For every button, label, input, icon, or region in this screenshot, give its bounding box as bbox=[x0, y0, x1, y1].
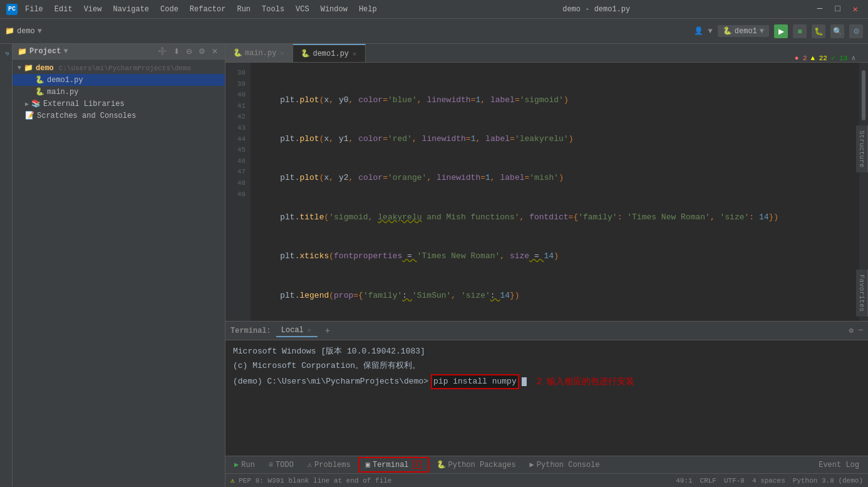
status-interpreter[interactable]: Python 3.8 (demo) bbox=[793, 477, 863, 484]
search-button[interactable]: 🔍 bbox=[830, 24, 844, 38]
bottom-tab-python-packages[interactable]: 🐍 Python Packages bbox=[430, 458, 522, 471]
scroll-indicator-area bbox=[859, 64, 868, 120]
project-collapse-button[interactable]: ⊖ bbox=[184, 46, 194, 56]
line-num-39: 39 bbox=[225, 79, 251, 90]
close-button[interactable]: ✕ bbox=[849, 3, 862, 16]
line-num-48: 48 bbox=[225, 178, 251, 189]
run-button[interactable]: ▶ bbox=[774, 24, 788, 38]
tab-label-main: main.py bbox=[245, 49, 276, 58]
user-icon: 👤 bbox=[694, 26, 703, 36]
tree-external-libs[interactable]: ▶ 📚 External Libraries bbox=[13, 98, 225, 110]
run-config-name: demo1 bbox=[735, 27, 757, 36]
tree-file-demo1[interactable]: 🐍 demo1.py bbox=[13, 74, 225, 86]
line-numbers: 38 39 40 41 42 43 44 45 46 47 48 49 bbox=[225, 63, 251, 321]
menu-help[interactable]: Help bbox=[356, 4, 380, 15]
python-console-icon: ▶ bbox=[530, 460, 534, 469]
terminal-prompt: (demo) C:\Users\mi\PycharmProjects\demo> bbox=[233, 375, 428, 389]
terminal-new-tab-button[interactable]: + bbox=[323, 326, 333, 336]
menu-vcs[interactable]: VCS bbox=[293, 4, 312, 15]
tree-extlibs-label: External Libraries bbox=[43, 100, 125, 108]
terminal-line1-text: Microsoft Windows [版本 10.0.19042.1083] bbox=[233, 347, 425, 356]
menu-navigate[interactable]: Navigate bbox=[110, 4, 152, 15]
terminal-tab-local-label: Local bbox=[281, 326, 304, 335]
bottom-tab-python-console[interactable]: ▶ Python Console bbox=[524, 458, 606, 471]
line-num-46: 46 bbox=[225, 156, 251, 167]
settings-button[interactable]: ⚙ bbox=[849, 24, 863, 38]
line-num-42: 42 bbox=[225, 112, 251, 123]
code-line-38: plt.plot(x, y0, color='blue', linewidth=… bbox=[261, 94, 849, 107]
menu-code[interactable]: Code bbox=[158, 4, 181, 15]
menu-window[interactable]: Window bbox=[318, 4, 350, 15]
tree-scratches[interactable]: 📝 Scratches and Consoles bbox=[13, 110, 225, 122]
structure-panel: Structure bbox=[856, 125, 868, 172]
terminal-line-2: (c) Microsoft Corporation。保留所有权利。 bbox=[233, 360, 860, 373]
status-encoding[interactable]: UTF-8 bbox=[724, 477, 745, 484]
error-count-area: ● 2 ▲ 22 ✓ 13 ∧ bbox=[795, 54, 868, 62]
favorites-panel: Favorites bbox=[856, 270, 868, 317]
bottom-tab-run[interactable]: ▶ Run bbox=[228, 458, 261, 471]
tab-close-demo1[interactable]: ✕ bbox=[351, 50, 358, 58]
terminal-tab-local[interactable]: Local ✕ bbox=[276, 325, 318, 337]
bottom-tab-event-log[interactable]: Event Log bbox=[812, 459, 865, 471]
python-console-label: Python Console bbox=[537, 461, 600, 469]
terminal-badge: 1 bbox=[413, 461, 421, 469]
terminal-tab-close[interactable]: ✕ bbox=[306, 326, 313, 335]
project-settings-button[interactable]: ⚙ bbox=[197, 46, 207, 56]
favorites-label[interactable]: Favorites bbox=[856, 270, 868, 317]
terminal-tab-icon: ▣ bbox=[366, 460, 370, 469]
project-scroll-button[interactable]: ⬇ bbox=[172, 46, 182, 56]
maximize-button[interactable]: □ bbox=[831, 3, 844, 16]
terminal-minimize-icon[interactable]: ─ bbox=[859, 326, 863, 335]
terminal-settings-icon[interactable]: ⚙ bbox=[849, 326, 854, 335]
run-tab-label: Run bbox=[241, 461, 255, 469]
project-dropdown-icon[interactable]: ▼ bbox=[63, 47, 68, 56]
line-num-40: 40 bbox=[225, 90, 251, 101]
bottom-tab-problems[interactable]: ⚠ Problems bbox=[301, 458, 357, 471]
tree-file-main[interactable]: 🐍 main.py bbox=[13, 86, 225, 98]
app-container: 📁 demo ▼ 👤 ▼ 🐍 demo1 ▼ ▶ ■ 🐛 🔍 ⚙ P bbox=[0, 19, 868, 487]
menu-file[interactable]: File bbox=[23, 4, 46, 15]
terminal-content[interactable]: Microsoft Windows [版本 10.0.19042.1083] (… bbox=[225, 340, 868, 456]
tab-main-py[interactable]: 🐍 main.py ✕ bbox=[225, 44, 293, 62]
expand-icon[interactable]: ∧ bbox=[851, 54, 855, 62]
app-logo: PC bbox=[6, 4, 18, 15]
terminal-tab-bar: Terminal: Local ✕ + ⚙ ─ bbox=[225, 322, 868, 340]
structure-label[interactable]: Structure bbox=[856, 125, 868, 172]
tree-root-folder-icon: 📁 bbox=[24, 63, 33, 73]
menu-view[interactable]: View bbox=[81, 4, 105, 15]
run-tab-icon: ▶ bbox=[234, 460, 239, 469]
project-close-button[interactable]: ✕ bbox=[210, 46, 220, 56]
window-controls[interactable]: ─ □ ✕ bbox=[814, 3, 862, 16]
event-log-label: Event Log bbox=[819, 461, 859, 469]
terminal-tab-label: Terminal bbox=[373, 461, 409, 469]
bottom-tab-terminal[interactable]: ▣ Terminal 1 bbox=[358, 457, 429, 473]
tab-close-main[interactable]: ✕ bbox=[279, 49, 285, 58]
project-add-button[interactable]: ➕ bbox=[156, 46, 169, 56]
project-icon[interactable]: P bbox=[1, 49, 11, 59]
menu-refactor[interactable]: Refactor bbox=[187, 4, 229, 15]
stop-button[interactable]: ■ bbox=[793, 24, 807, 38]
menu-edit[interactable]: Edit bbox=[52, 4, 75, 15]
run-config-dropdown[interactable]: ▼ bbox=[760, 27, 764, 36]
menu-bar[interactable]: File Edit View Navigate Code Refactor Ru… bbox=[23, 4, 380, 15]
tree-arrow-extlibs: ▶ bbox=[25, 100, 29, 108]
tree-scratches-icon: 📝 bbox=[25, 111, 34, 120]
scroll-thumb[interactable] bbox=[862, 70, 865, 120]
run-configuration[interactable]: 🐍 demo1 ▼ bbox=[718, 25, 769, 37]
tab-icon-demo1: 🐍 bbox=[301, 49, 310, 58]
minimize-button[interactable]: ─ bbox=[814, 3, 826, 16]
terminal-command: pip install numpy bbox=[431, 374, 519, 390]
tree-root-item[interactable]: ▼ 📁 demo C:\Users\mi\PycharmProjects\dem… bbox=[13, 62, 225, 74]
menu-run[interactable]: Run bbox=[234, 4, 253, 15]
editor-tab-bar: 🐍 main.py ✕ 🐍 demo1.py ✕ ● 2 ▲ 22 ✓ 13 ∧ bbox=[225, 44, 868, 63]
status-line-ending[interactable]: CRLF bbox=[700, 477, 716, 484]
bottom-tab-todo[interactable]: ≡ TODO bbox=[262, 459, 300, 471]
code-editor: 38 39 40 41 42 43 44 45 46 47 48 49 plt.… bbox=[225, 63, 868, 321]
status-indent[interactable]: 4 spaces bbox=[752, 477, 785, 484]
tree-extlibs-icon: 📚 bbox=[31, 99, 41, 108]
menu-tools[interactable]: Tools bbox=[259, 4, 287, 15]
debug-button[interactable]: 🐛 bbox=[812, 24, 825, 38]
chevron-icon-2: ▼ bbox=[708, 27, 713, 36]
tab-demo1-py[interactable]: 🐍 demo1.py ✕ bbox=[293, 44, 366, 62]
code-content[interactable]: plt.plot(x, y0, color='blue', linewidth=… bbox=[251, 63, 859, 321]
